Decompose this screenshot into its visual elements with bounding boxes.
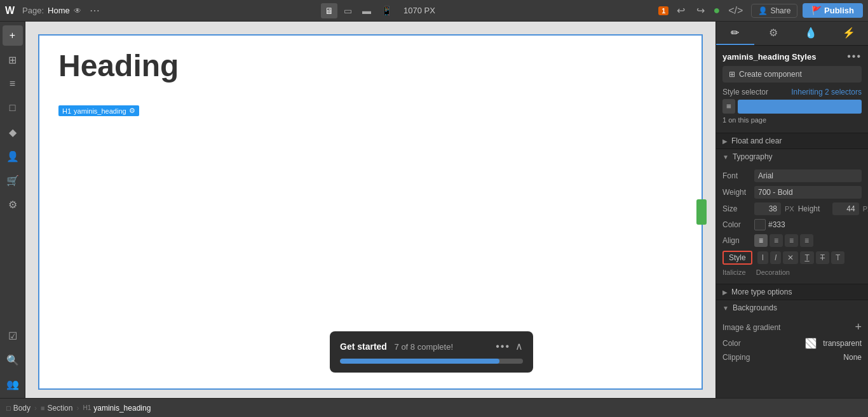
style-selector-label: Style selector xyxy=(722,88,768,96)
height-input[interactable] xyxy=(832,202,859,215)
main-layout: + ⊞ ≡ □ ◆ 👤 🛒 ⚙ ☑ 🔍 👥 Heading H1 yaminis… xyxy=(0,22,868,398)
tab-styles[interactable]: ✏ xyxy=(716,22,754,45)
more-type-options-section[interactable]: ▶ More type options xyxy=(716,284,868,300)
font-select[interactable]: Arial xyxy=(754,169,862,182)
account-button[interactable]: 👤 xyxy=(3,146,23,166)
weight-select[interactable]: 700 - Bold xyxy=(754,186,862,199)
undo-button[interactable]: ↩ xyxy=(674,3,688,18)
heading-icon: H1 xyxy=(83,404,91,411)
italic-button[interactable]: I xyxy=(770,251,781,264)
decoration-label: Decoration xyxy=(756,268,790,276)
style-selector-icon-button[interactable]: ≡ xyxy=(722,99,735,114)
settings-button[interactable]: ⚙ xyxy=(3,194,23,215)
section-label: Section xyxy=(47,404,72,413)
add-background-button[interactable]: + xyxy=(855,321,862,334)
bg-color-swatch[interactable] xyxy=(805,338,817,349)
breadcrumb-body[interactable]: □ Body xyxy=(6,404,31,413)
style-selector-value: Inheriting 2 selectors xyxy=(791,88,862,96)
float-clear-label: Float and clear xyxy=(731,136,782,145)
page-info: Page: Home 👁 xyxy=(22,6,81,15)
align-center-button[interactable]: ≡ xyxy=(770,234,783,247)
create-component-label: Create component xyxy=(739,70,802,79)
component-title-row: yaminis_heading Styles ••• xyxy=(722,51,862,62)
person-icon: 👤 xyxy=(758,6,768,15)
float-clear-arrow: ▶ xyxy=(722,138,728,145)
navigator-button[interactable]: ≡ xyxy=(3,74,23,94)
clipping-label: Clipping xyxy=(722,353,750,362)
tab-interactions[interactable]: 💧 xyxy=(792,22,831,45)
redo-button[interactable]: ↪ xyxy=(693,3,708,18)
element-label[interactable]: H1 yaminis_heading ⚙ xyxy=(58,105,139,116)
share-label: Share xyxy=(770,6,790,15)
clipping-row: Clipping None xyxy=(722,353,862,362)
elements-button[interactable]: □ xyxy=(3,98,23,118)
align-right-button[interactable]: ≡ xyxy=(785,234,798,247)
size-input[interactable] xyxy=(754,202,781,215)
get-started-more-button[interactable]: ••• xyxy=(496,341,510,352)
style-label: Style xyxy=(722,251,752,265)
mobile-view-button[interactable]: 📱 xyxy=(377,3,396,18)
align-left-button[interactable]: ≡ xyxy=(754,234,768,247)
members-button[interactable]: 👥 xyxy=(3,374,23,394)
font-row: Font Arial xyxy=(722,169,862,182)
style-selector-input[interactable] xyxy=(738,100,862,114)
get-started-close-button[interactable]: ∧ xyxy=(515,340,523,352)
section-icon: ≡ xyxy=(41,404,44,412)
assets-button[interactable]: ◆ xyxy=(3,122,23,142)
get-started-title-area: Get started 7 of 8 complete! xyxy=(340,341,453,352)
search-button[interactable]: 🔍 xyxy=(3,350,23,370)
heading-element[interactable]: Heading xyxy=(39,36,702,89)
page-label: Page: xyxy=(22,6,44,15)
code-toggle-button[interactable]: </> xyxy=(725,4,746,18)
bg-color-value: transparent xyxy=(823,339,862,348)
share-button[interactable]: 👤 Share xyxy=(751,4,797,18)
bold-button[interactable]: I xyxy=(757,251,768,264)
desktop-view-button[interactable]: 🖥 xyxy=(321,3,337,18)
eye-icon[interactable]: 👁 xyxy=(74,6,81,15)
linethrough-button[interactable]: T xyxy=(816,251,829,264)
bg-color-row: Color transparent xyxy=(722,338,862,349)
heading-label: yaminis_heading xyxy=(93,404,151,413)
get-started-panel: Get started 7 of 8 complete! ••• ∧ xyxy=(330,331,533,373)
publish-label: Publish xyxy=(824,6,854,15)
element-class: yaminis_heading xyxy=(74,107,126,115)
size-label: Size xyxy=(722,204,754,213)
strikethrough-button[interactable]: ✕ xyxy=(783,251,798,264)
publish-button[interactable]: 🚩 Publish xyxy=(803,3,863,18)
add-button[interactable]: + xyxy=(3,25,23,46)
get-started-count: 7 of 8 complete! xyxy=(395,342,454,352)
typography-section-header[interactable]: ▼ Typography xyxy=(716,149,868,164)
canvas-area[interactable]: Heading H1 yaminis_heading ⚙ Get started… xyxy=(25,22,715,398)
interactions-button[interactable]: ☑ xyxy=(3,326,23,346)
component-more-button[interactable]: ••• xyxy=(847,51,862,62)
backgrounds-arrow: ▼ xyxy=(722,305,729,312)
backgrounds-section-header[interactable]: ▼ Backgrounds xyxy=(716,300,868,315)
align-buttons: ≡ ≡ ≡ ≡ xyxy=(754,234,813,247)
height-label: Height xyxy=(798,204,830,213)
layers-button[interactable]: ⊞ xyxy=(3,50,23,70)
uppercase-button[interactable]: T xyxy=(831,251,844,264)
color-swatch[interactable] xyxy=(754,219,766,230)
more-options-button[interactable]: ⋯ xyxy=(86,3,103,18)
tablet-landscape-button[interactable]: ▭ xyxy=(340,3,356,18)
breadcrumb-section[interactable]: ≡ Section xyxy=(41,404,72,413)
tablet-portrait-button[interactable]: ▬ xyxy=(358,3,375,18)
backgrounds-label: Backgrounds xyxy=(733,303,777,312)
tab-settings[interactable]: ⚙ xyxy=(754,22,792,45)
font-label: Font xyxy=(722,171,754,180)
body-label: Body xyxy=(13,404,31,413)
style-selector-row: Style selector Inheriting 2 selectors xyxy=(722,88,862,96)
page-name[interactable]: Home xyxy=(48,6,70,15)
create-component-button[interactable]: ⊞ Create component xyxy=(722,66,862,83)
float-clear-section[interactable]: ▶ Float and clear xyxy=(716,133,868,149)
resize-handle[interactable] xyxy=(696,199,707,225)
size-unit: PX xyxy=(785,205,794,213)
color-label: Color xyxy=(722,220,754,229)
breadcrumb-heading[interactable]: H1 yaminis_heading xyxy=(83,404,151,413)
align-justify-button[interactable]: ≡ xyxy=(800,234,813,247)
notification-badge: 1 xyxy=(658,6,668,15)
element-gear-icon[interactable]: ⚙ xyxy=(129,107,135,115)
tab-events[interactable]: ⚡ xyxy=(830,22,868,45)
ecommerce-button[interactable]: 🛒 xyxy=(3,170,23,190)
underline-button[interactable]: T xyxy=(800,251,813,264)
